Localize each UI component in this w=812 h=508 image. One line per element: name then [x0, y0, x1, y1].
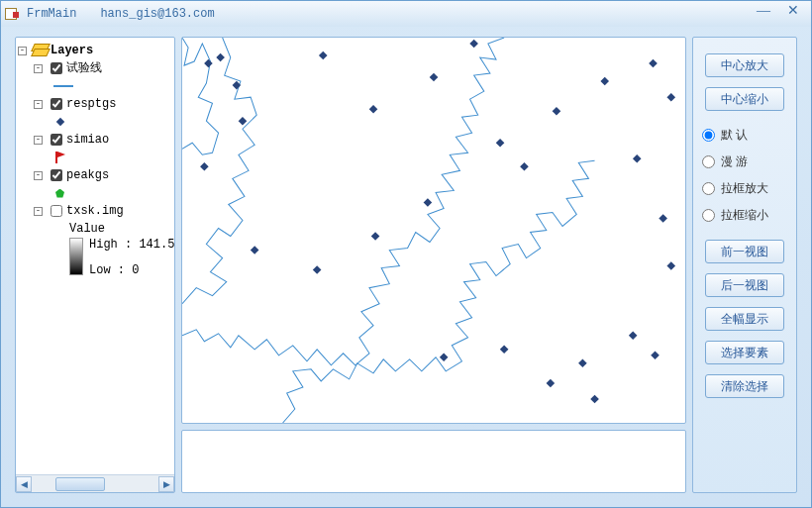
full-extent-button[interactable]: 全幅显示 — [705, 307, 784, 331]
layer-label: txsk.img — [66, 202, 124, 220]
radio-default[interactable]: 默 认 — [702, 127, 787, 144]
svg-rect-21 — [547, 379, 556, 388]
layer-label: resptgs — [66, 95, 116, 113]
layer-checkbox[interactable] — [51, 205, 62, 217]
layer-symbol — [18, 149, 172, 166]
svg-rect-6 — [469, 40, 478, 49]
expander-icon[interactable]: - — [34, 64, 43, 73]
svg-rect-4 — [369, 105, 378, 114]
svg-rect-27 — [666, 261, 675, 270]
zoom-in-center-button[interactable]: 中心放大 — [705, 53, 784, 77]
layer-checkbox[interactable] — [51, 169, 62, 181]
gradient-icon — [69, 238, 83, 275]
root-label: Layers — [51, 42, 93, 59]
layer-symbol — [18, 77, 172, 95]
layer-row[interactable]: - peakgs — [18, 166, 172, 184]
window-title: FrmMain — [27, 7, 76, 21]
pentagon-symbol-icon — [55, 189, 64, 198]
prev-view-button[interactable]: 前一视图 — [705, 240, 784, 263]
window-buttons: — ✕ — [752, 4, 805, 20]
expander-icon[interactable]: - — [34, 171, 43, 180]
tool-panel: 中心放大 中心缩小 默 认 漫 游 拉框放大 拉框缩小 — [692, 37, 797, 493]
svg-rect-9 — [251, 246, 259, 254]
radio-input[interactable] — [702, 155, 715, 168]
layer-checkbox[interactable] — [51, 62, 62, 74]
svg-rect-2 — [233, 81, 242, 90]
radio-input[interactable] — [702, 209, 715, 222]
layers-icon — [31, 44, 49, 57]
svg-rect-5 — [430, 73, 439, 82]
svg-rect-25 — [651, 352, 660, 360]
radio-box-zoom-out[interactable]: 拉框缩小 — [702, 207, 787, 224]
layer-row[interactable]: - txsk.img — [18, 202, 172, 220]
svg-rect-14 — [520, 162, 529, 171]
layer-label: peakgs — [66, 166, 109, 184]
clear-selection-button[interactable]: 清除选择 — [705, 374, 784, 398]
expander-icon[interactable]: - — [34, 207, 43, 216]
layer-row[interactable]: - 试验线 — [18, 59, 172, 77]
svg-rect-13 — [496, 139, 505, 148]
layer-label: 试验线 — [66, 59, 102, 77]
layer-row[interactable]: - resptgs — [18, 95, 172, 113]
layer-tree[interactable]: - Layers - 试验线 - resptgs - — [16, 38, 174, 474]
svg-rect-23 — [590, 395, 599, 404]
radio-pan[interactable]: 漫 游 — [702, 153, 787, 170]
titlebar: FrmMain hans_gis@163.com — ✕ — [1, 1, 811, 27]
expander-icon[interactable]: - — [18, 47, 27, 55]
radio-input[interactable] — [702, 182, 715, 195]
layer-label: simiao — [66, 131, 109, 149]
layer-symbol — [18, 184, 172, 202]
line-symbol-icon — [53, 85, 73, 87]
low-label: Low : 0 — [89, 263, 174, 277]
center-column — [181, 37, 686, 493]
next-view-button[interactable]: 后一视图 — [705, 273, 784, 297]
client-area: - Layers - 试验线 - resptgs - — [15, 37, 797, 493]
svg-rect-16 — [600, 77, 609, 86]
svg-rect-18 — [666, 93, 675, 102]
layer-panel: - Layers - 试验线 - resptgs - — [15, 37, 175, 493]
svg-rect-22 — [578, 359, 587, 368]
zoom-out-center-button[interactable]: 中心缩小 — [705, 87, 784, 111]
main-window: FrmMain hans_gis@163.com — ✕ - Layers - … — [0, 0, 812, 508]
map-view[interactable] — [181, 37, 686, 424]
svg-rect-24 — [629, 332, 638, 341]
svg-rect-1 — [216, 53, 225, 62]
tree-root[interactable]: - Layers — [18, 42, 172, 59]
horizontal-scrollbar[interactable]: ◀ ▶ — [16, 474, 174, 492]
close-button[interactable]: ✕ — [781, 4, 805, 20]
scroll-thumb[interactable] — [55, 477, 105, 491]
flag-symbol-icon — [55, 152, 67, 163]
expander-icon[interactable]: - — [34, 136, 43, 145]
high-label: High : 141.51 — [89, 238, 174, 252]
svg-rect-7 — [239, 117, 248, 126]
svg-rect-19 — [440, 354, 449, 362]
layer-checkbox[interactable] — [51, 98, 62, 110]
diamond-symbol-icon — [56, 118, 64, 126]
map-canvas — [182, 38, 685, 423]
window-subtitle: hans_gis@163.com — [100, 7, 214, 21]
gradient-legend: High : 141.51 Low : 0 — [69, 238, 172, 277]
scroll-right-icon[interactable]: ▶ — [158, 476, 174, 492]
app-icon — [5, 6, 21, 22]
overview-panel[interactable] — [181, 430, 686, 493]
scroll-track[interactable] — [32, 476, 158, 492]
svg-rect-10 — [313, 265, 322, 274]
minimize-button[interactable]: — — [752, 4, 775, 20]
radio-input[interactable] — [702, 129, 715, 142]
mode-radio-group: 默 认 漫 游 拉框放大 拉框缩小 — [702, 127, 787, 224]
scroll-left-icon[interactable]: ◀ — [16, 476, 32, 492]
layer-checkbox[interactable] — [51, 134, 62, 146]
select-feature-button[interactable]: 选择要素 — [705, 341, 784, 364]
layer-row[interactable]: - simiao — [18, 131, 172, 149]
svg-rect-15 — [553, 107, 561, 116]
svg-rect-28 — [633, 154, 642, 163]
svg-rect-20 — [500, 346, 509, 355]
radio-box-zoom-in[interactable]: 拉框放大 — [702, 180, 787, 197]
svg-rect-12 — [424, 198, 433, 207]
svg-rect-8 — [200, 162, 209, 171]
value-label: Value — [18, 220, 172, 238]
svg-rect-11 — [371, 232, 380, 241]
layer-symbol — [18, 113, 172, 131]
expander-icon[interactable]: - — [34, 100, 43, 109]
svg-rect-17 — [649, 59, 658, 68]
